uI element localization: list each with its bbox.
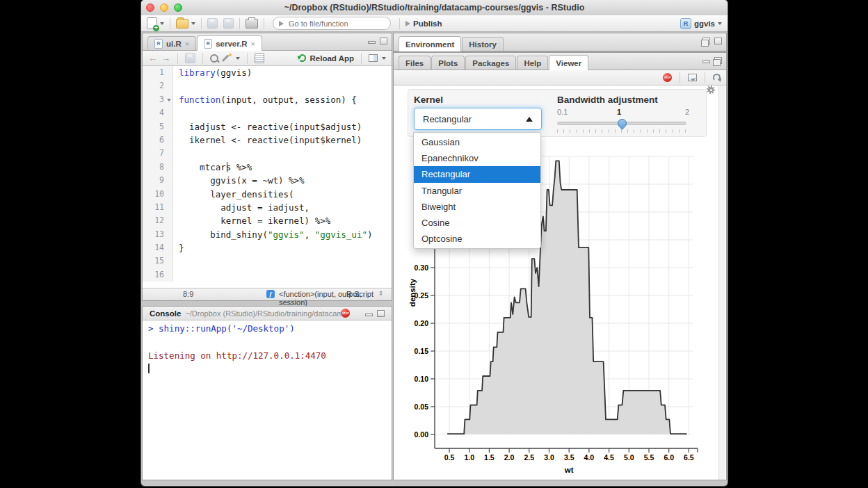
minimize-pane-icon[interactable] (368, 41, 376, 44)
tab-packages[interactable]: Packages (465, 56, 516, 70)
code-line[interactable]: 14} (143, 241, 392, 254)
code-line[interactable]: 4 (143, 106, 392, 120)
line-number: 15 (143, 254, 173, 268)
reload-app-button[interactable]: Reload App (310, 54, 354, 63)
tab-history[interactable]: History (462, 37, 504, 51)
kernel-option-gaussian[interactable]: Gaussian (414, 134, 540, 150)
slider-track[interactable] (557, 122, 686, 125)
editor-tab-ui.r[interactable]: Rui.R× (147, 36, 196, 50)
refresh-viewer-icon[interactable] (713, 74, 721, 81)
shiny-app-content: Kernel Rectangular Bandwidth adjustment … (394, 86, 726, 480)
code-line[interactable]: 1library(ggvis) (143, 66, 392, 79)
y-tick-label: 0.15 (415, 347, 429, 355)
print-icon[interactable] (246, 19, 258, 29)
code-line[interactable]: 3function(input, output, session) { (143, 93, 392, 106)
minimize-window-button[interactable] (160, 3, 168, 12)
back-icon[interactable]: ← (148, 54, 157, 63)
environment-tabbar: EnvironmentHistory (394, 33, 726, 51)
tab-help[interactable]: Help (517, 56, 548, 70)
kernel-option-cosine[interactable]: Cosine (414, 215, 540, 231)
code-line[interactable]: 12 kernel = ikernel) %>% (143, 214, 392, 227)
slider-labels: 0.1 1 2 (557, 108, 689, 117)
code-line[interactable]: 6 ikernel <- reactive(input$kernel) (143, 133, 392, 147)
titlebar[interactable]: ~/Dropbox (RStudio)/RStudio/training/dat… (141, 0, 728, 16)
code-line[interactable]: 9 ggvis(x = ~wt) %>% (143, 174, 392, 187)
tab-viewer[interactable]: Viewer (549, 55, 588, 70)
kernel-select[interactable]: Rectangular (414, 108, 542, 130)
fold-caret-icon[interactable] (167, 99, 171, 101)
open-recent-dropdown-caret[interactable] (191, 22, 195, 25)
console-line: > shiny::runApp('~/Desktop') (148, 322, 392, 335)
source-pane-icon[interactable] (369, 54, 378, 62)
tab-environment[interactable]: Environment (399, 36, 461, 51)
code-line[interactable]: 7 (143, 147, 392, 160)
close-window-button[interactable] (146, 3, 154, 12)
kernel-option-biweight[interactable]: Biweight (414, 199, 540, 215)
forward-icon[interactable]: → (161, 54, 170, 63)
console-stop-icon[interactable] (341, 309, 350, 318)
code-tools-caret[interactable] (236, 57, 240, 60)
maximize-pane-icon[interactable] (380, 38, 387, 44)
open-in-new-window-icon[interactable] (688, 74, 697, 81)
code-line[interactable]: 13 bind_shiny("ggvis", "ggvis_ui") (143, 228, 392, 241)
reload-app-icon[interactable] (298, 54, 306, 62)
publish-button[interactable]: Publish (413, 19, 442, 28)
code-line[interactable]: 5 iadjust <- reactive(input$adjust) (143, 120, 392, 133)
toolbar-separator (264, 18, 264, 29)
code-line[interactable]: 10 layer_densities( (143, 188, 392, 201)
console-header: Console ~/Dropbox (RStudio)/RStudio/trai… (143, 307, 392, 320)
project-dropdown-caret[interactable] (718, 22, 722, 25)
console-title[interactable]: Console (150, 309, 181, 318)
y-tick-label: 0.20 (415, 319, 429, 327)
goto-file-searchbox[interactable] (273, 17, 391, 30)
line-number: 12 (143, 214, 173, 227)
kernel-option-rectangular[interactable]: Rectangular (414, 166, 540, 182)
maximize-console-icon[interactable] (377, 310, 385, 317)
tab-plots[interactable]: Plots (431, 56, 465, 70)
code-editor[interactable]: 1library(ggvis)23function(input, output,… (143, 66, 392, 288)
code-line[interactable]: 2 (143, 79, 392, 92)
tab-files[interactable]: Files (399, 56, 431, 70)
code-tools-icon[interactable] (223, 54, 232, 63)
doc-type-selector[interactable]: R Script (346, 290, 373, 298)
project-menu-button[interactable]: ggvis (694, 19, 715, 28)
minimize-console-icon[interactable] (365, 314, 373, 316)
viewer-stop-icon[interactable] (663, 73, 672, 82)
viewer-tabbar: FilesPlotsPackagesHelpViewer (394, 53, 726, 70)
new-file-dropdown-caret[interactable] (160, 22, 164, 25)
slider-handle[interactable] (616, 117, 628, 129)
kernel-option-epanechnikov[interactable]: Epanechnikov (414, 150, 540, 166)
minimize-viewer-icon[interactable] (702, 60, 710, 63)
toolbar-separator (170, 18, 170, 29)
kernel-option-optcosine[interactable]: Optcosine (414, 231, 540, 247)
code-line[interactable]: 8 mtcars %>% (143, 161, 392, 174)
save-source-icon[interactable] (185, 53, 195, 63)
close-tab-icon[interactable]: × (251, 40, 255, 48)
scope-selector[interactable]: <function>(input, output, session) (279, 290, 392, 307)
goto-file-input[interactable] (287, 19, 389, 29)
save-icon[interactable] (207, 18, 218, 29)
close-tab-icon[interactable]: × (185, 40, 189, 48)
code-line[interactable]: 15 (143, 254, 392, 268)
source-pane-caret[interactable] (382, 57, 386, 60)
toolbar-separator (201, 18, 202, 29)
maximize-env-icon[interactable] (714, 38, 722, 44)
code-line[interactable]: 11 adjust = iadjust, (143, 201, 392, 214)
editor-toolbar: ← → Reload App (143, 51, 392, 66)
gear-icon[interactable] (707, 86, 715, 94)
console-output[interactable]: > shiny::runApp('~/Desktop') Listening o… (143, 320, 392, 480)
restore-panes-icon[interactable] (702, 38, 710, 44)
open-file-icon[interactable] (176, 19, 188, 29)
kernel-option-triangular[interactable]: Triangular (414, 183, 540, 199)
viewer-scrollbar[interactable] (718, 86, 725, 480)
find-icon[interactable] (210, 54, 218, 63)
code-line[interactable]: 16 (143, 268, 392, 282)
kernel-dropdown-menu: GaussianEpanechnikovRectangularTriangula… (413, 132, 541, 249)
zoom-window-button[interactable] (174, 3, 182, 12)
restore-viewer-icon[interactable] (714, 57, 722, 64)
save-all-icon[interactable] (223, 18, 234, 29)
editor-pane-buttons (368, 38, 387, 44)
new-file-icon[interactable] (147, 17, 157, 29)
compile-notebook-icon[interactable] (255, 53, 264, 63)
editor-tab-server.r[interactable]: Rserver.R× (197, 35, 262, 51)
